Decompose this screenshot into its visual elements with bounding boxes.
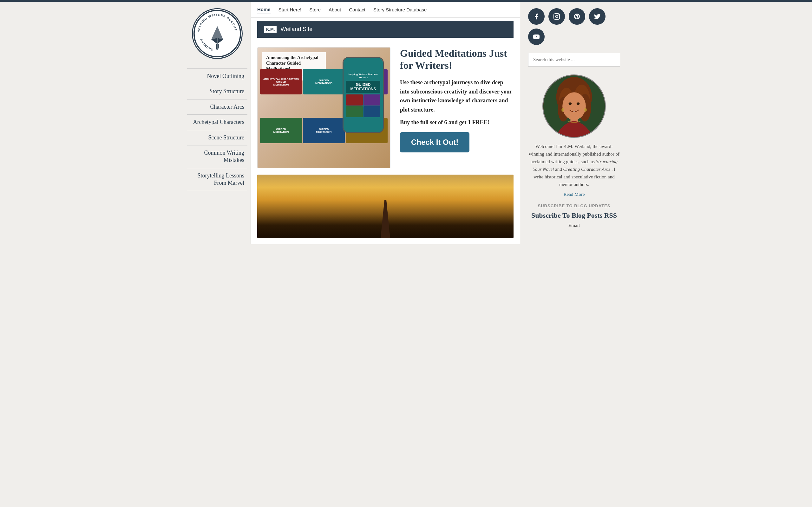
subscribe-title: Subscribe To Blog Posts RSS xyxy=(528,211,620,220)
svg-point-20 xyxy=(577,102,580,105)
search-box xyxy=(528,53,620,66)
nav-contact[interactable]: Contact xyxy=(349,5,365,14)
svg-text:AUTHORS: AUTHORS xyxy=(200,38,214,51)
main-content: Home Start Here! Store About Contact Sto… xyxy=(251,2,520,244)
hero-text: Guided Meditations Just for Writers! Use… xyxy=(400,47,513,153)
nav-story-structure-db[interactable]: Story Structure Database xyxy=(373,5,426,14)
twitter-icon[interactable] xyxy=(589,8,606,25)
sidebar-item-scene-structure[interactable]: Scene Structure xyxy=(187,130,247,145)
sidebar-item-storytelling-marvel[interactable]: Storytelling Lessons From Marvel xyxy=(187,168,247,191)
site-logo[interactable]: HELPING WRITERS BECOME AUTHORS xyxy=(192,8,243,59)
sidebar-right: Welcome! I'm K.M. Weiland, the award-win… xyxy=(520,2,628,244)
top-nav: Home Start Here! Store About Contact Sto… xyxy=(251,2,520,18)
book-5: GUIDEDMEDITATION xyxy=(303,118,345,143)
social-icons xyxy=(528,8,620,45)
pinterest-icon[interactable] xyxy=(569,8,585,25)
nav-about[interactable]: About xyxy=(328,5,341,14)
sidebar-link-storytelling-marvel[interactable]: Storytelling Lessons From Marvel xyxy=(190,172,244,187)
book-1: ARCHETYPAL CHARACTERSGUIDEDMEDITATION xyxy=(260,69,302,95)
phone-mockup: Helping Writers Become Authors GUIDED ME… xyxy=(343,57,384,133)
sidebar-item-archetypal-characters[interactable]: Archetypal Characters xyxy=(187,114,247,130)
km-badge: K.M. xyxy=(264,25,277,33)
svg-point-10 xyxy=(558,14,559,15)
phone-screen: Helping Writers Become Authors GUIDED ME… xyxy=(344,58,383,132)
hero-image-placeholder: Announcing the Archetypal Character Guid… xyxy=(258,48,390,168)
site-title-bar: K.M. Weiland Site xyxy=(257,21,513,38)
sidebar-item-story-structure[interactable]: Story Structure xyxy=(187,83,247,99)
hero-title: Guided Meditations Just for Writers! xyxy=(400,47,513,72)
phone-screen-title: Helping Writers Become Authors xyxy=(346,73,380,79)
sidebar-link-story-structure[interactable]: Story Structure xyxy=(190,88,244,95)
sidebar-nav: Novel Outlining Story Structure Characte… xyxy=(187,68,247,191)
search-input[interactable] xyxy=(528,53,620,66)
site-name: Weiland Site xyxy=(281,26,312,33)
author-bio: Welcome! I'm K.M. Weiland, the award-win… xyxy=(528,143,620,188)
svg-rect-8 xyxy=(554,14,560,19)
sidebar-left: HELPING WRITERS BECOME AUTHORS xyxy=(184,2,251,244)
check-it-out-button[interactable]: Check It Out! xyxy=(400,132,469,153)
book-2: GUIDEDMEDITATIONS xyxy=(303,69,345,95)
sidebar-item-character-arcs[interactable]: Character Arcs xyxy=(187,99,247,114)
second-section xyxy=(251,175,520,244)
svg-point-23 xyxy=(584,108,587,112)
subscribe-section: SUBSCRIBE TO BLOG UPDATES Subscribe To B… xyxy=(528,204,620,228)
nav-home[interactable]: Home xyxy=(257,5,270,14)
nav-start-here[interactable]: Start Here! xyxy=(278,5,302,14)
youtube-icon[interactable] xyxy=(528,29,545,45)
sidebar-link-archetypal-characters[interactable]: Archetypal Characters xyxy=(190,118,244,126)
hero-area: Announcing the Archetypal Character Guid… xyxy=(251,41,520,175)
svg-marker-4 xyxy=(211,26,223,40)
svg-point-22 xyxy=(561,108,564,112)
sidebar-link-common-writing-mistakes[interactable]: Common Writing Mistakes xyxy=(190,149,244,164)
email-label: Email xyxy=(528,223,620,228)
instagram-icon[interactable] xyxy=(548,8,565,25)
sidebar-link-novel-outlining[interactable]: Novel Outlining xyxy=(190,72,244,80)
book-4: GUIDEDMEDITATION xyxy=(260,118,302,143)
sidebar-item-common-writing-mistakes[interactable]: Common Writing Mistakes xyxy=(187,145,247,168)
hero-image-box: Announcing the Archetypal Character Guid… xyxy=(257,47,391,168)
read-more-link[interactable]: Read More xyxy=(563,192,585,197)
subscribe-label: SUBSCRIBE TO BLOG UPDATES xyxy=(528,204,620,208)
hero-description: Use these archetypal journeys to dive de… xyxy=(400,78,513,114)
svg-point-18 xyxy=(562,92,586,120)
hero-cta-text: Buy the full set of 6 and get 1 FREE! xyxy=(400,119,513,126)
sidebar-link-character-arcs[interactable]: Character Arcs xyxy=(190,103,244,111)
author-section: Welcome! I'm K.M. Weiland, the award-win… xyxy=(528,74,620,197)
sidebar-item-novel-outlining[interactable]: Novel Outlining xyxy=(187,68,247,83)
landscape-image xyxy=(257,175,513,238)
sidebar-link-scene-structure[interactable]: Scene Structure xyxy=(190,134,244,141)
facebook-icon[interactable] xyxy=(528,8,545,25)
phone-screen-subtitle: GUIDED MEDITATIONS xyxy=(346,81,380,93)
author-photo xyxy=(542,74,606,138)
svg-point-9 xyxy=(555,15,558,17)
nav-store[interactable]: Store xyxy=(309,5,321,14)
phone-book-grid xyxy=(346,95,380,117)
svg-point-19 xyxy=(569,102,572,105)
